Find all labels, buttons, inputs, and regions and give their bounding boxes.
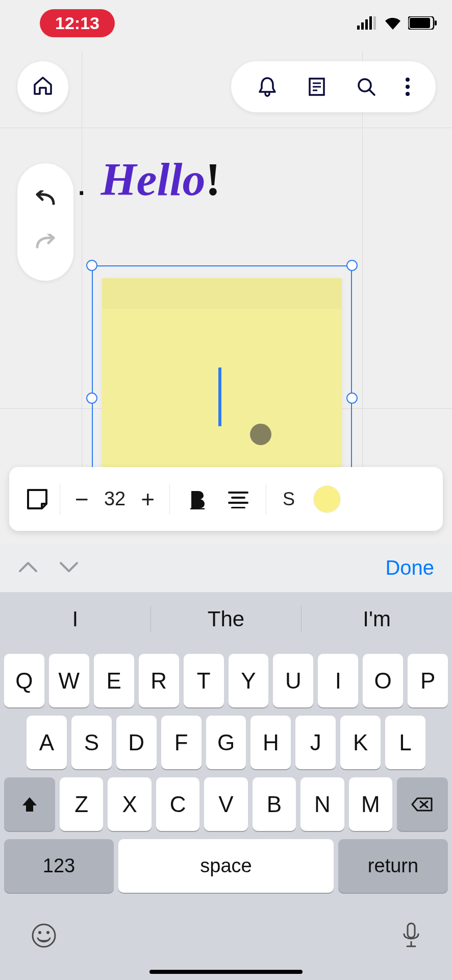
svg-rect-1 [361,22,364,30]
svg-rect-27 [408,923,415,938]
document-icon[interactable] [306,76,328,97]
redo-button[interactable] [33,234,58,254]
svg-rect-0 [357,26,360,30]
key-n[interactable]: N [300,777,344,831]
key-k[interactable]: K [340,716,381,769]
canvas-title[interactable]: . Hello ! [77,153,220,206]
resize-handle-mr[interactable] [346,393,358,404]
key-o[interactable]: O [363,654,403,707]
emoji-button[interactable] [31,922,57,951]
wifi-icon [384,16,402,30]
grid-line [0,128,452,128]
svg-rect-2 [365,19,368,30]
key-l[interactable]: L [385,716,425,769]
key-h[interactable]: H [250,716,291,769]
format-toolbar: − 32 + S [9,467,443,531]
suggestion-bar: I The I'm [0,592,452,646]
keyboard: I The I'm Q W E R T Y U I O P A S D F G … [0,592,452,980]
key-123[interactable]: 123 [4,839,114,893]
svg-point-15 [406,85,410,89]
key-backspace[interactable] [397,777,448,831]
key-g[interactable]: G [206,716,246,769]
key-v[interactable]: V [204,777,247,831]
dictation-button[interactable] [401,922,421,951]
more-icon[interactable] [405,76,410,97]
svg-point-14 [406,78,410,82]
home-indicator[interactable] [149,970,303,974]
svg-rect-7 [435,20,437,26]
key-row-1: Q W E R T Y U I O P [0,654,452,707]
key-s[interactable]: S [71,716,112,769]
keyboard-bottom-row [0,909,452,980]
undo-button[interactable] [33,190,58,211]
key-u[interactable]: U [273,654,313,707]
svg-rect-6 [410,18,430,28]
svg-line-13 [369,90,374,95]
home-button[interactable] [17,61,68,112]
text-cursor [218,368,221,426]
home-icon [32,75,54,99]
done-button[interactable]: Done [385,556,434,579]
key-c[interactable]: C [156,777,199,831]
suggestion[interactable]: I'm [302,607,452,631]
next-field-button[interactable] [59,560,79,576]
separator [169,484,170,514]
font-size-control: − 32 + [67,485,162,513]
key-space[interactable]: space [118,839,334,893]
color-picker-button[interactable] [313,485,341,513]
key-d[interactable]: D [116,716,157,769]
svg-point-16 [406,92,410,96]
key-b[interactable]: B [253,777,296,831]
font-size-value: 32 [104,488,125,510]
key-y[interactable]: Y [229,654,269,707]
title-exclamation: ! [205,153,220,206]
title-word: Hello [101,153,205,206]
battery-icon [408,16,438,30]
key-row-2: A S D F G H J K L [0,716,452,769]
key-i[interactable]: I [318,654,358,707]
svg-point-25 [38,931,41,934]
separator [60,484,60,514]
key-a[interactable]: A [27,716,67,769]
key-t[interactable]: T [184,654,224,707]
key-shift[interactable] [4,777,55,831]
key-j[interactable]: J [295,716,336,769]
increase-size-button[interactable]: + [141,485,155,513]
svg-point-24 [33,924,55,947]
prev-field-button[interactable] [18,560,38,576]
note-type-button[interactable] [22,487,53,511]
key-z[interactable]: Z [60,777,103,831]
key-m[interactable]: M [349,777,392,831]
status-bar: 12:13 [0,0,452,46]
suggestion[interactable]: The [151,607,302,631]
undo-redo-toolbar [17,163,73,281]
bullet-icon: . [77,162,86,203]
align-button[interactable] [223,490,254,508]
key-p[interactable]: P [408,654,448,707]
resize-handle-ml[interactable] [86,393,97,404]
key-f[interactable]: F [161,716,202,769]
bell-icon[interactable] [257,76,278,97]
bold-button[interactable] [182,489,213,509]
suggestion[interactable]: I [0,607,150,631]
key-e[interactable]: E [94,654,134,707]
search-icon[interactable] [356,76,377,97]
key-x[interactable]: X [108,777,151,831]
key-return[interactable]: return [338,839,448,893]
key-row-3: Z X C V B N M [0,777,452,831]
key-w[interactable]: W [49,654,89,707]
key-r[interactable]: R [139,654,179,707]
resize-handle-tr[interactable] [346,260,358,271]
cellular-signal-icon [357,16,378,30]
svg-rect-3 [369,16,372,30]
separator [266,484,266,514]
resize-handle-tl[interactable] [86,260,97,271]
touch-indicator-icon [250,424,271,445]
status-time-recording[interactable]: 12:13 [40,9,115,37]
svg-point-26 [46,931,49,934]
grid-line [362,51,363,510]
decrease-size-button[interactable]: − [75,485,89,513]
svg-rect-4 [373,16,376,30]
size-preset-button[interactable]: S [273,488,304,510]
key-q[interactable]: Q [4,654,44,707]
